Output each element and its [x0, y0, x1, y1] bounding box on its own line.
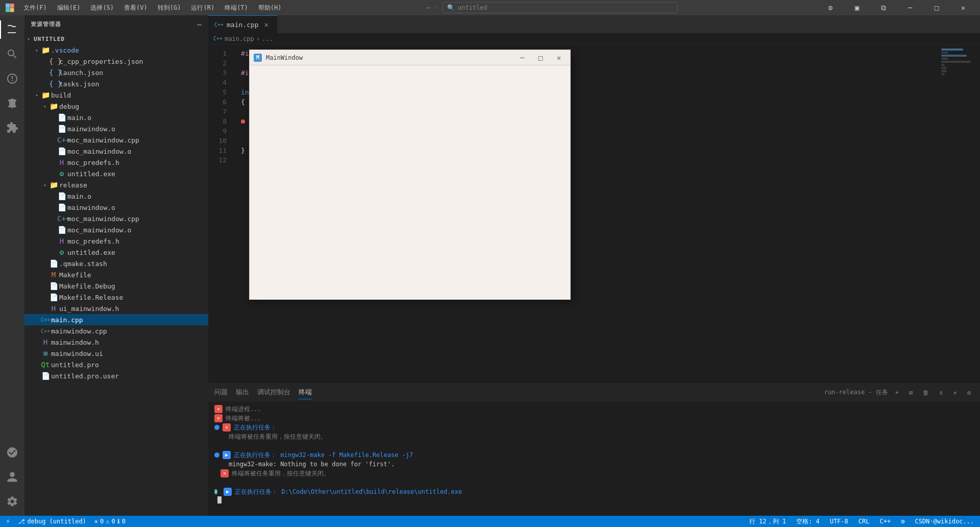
tree-tasks-json[interactable]: { } tasks.json	[24, 78, 208, 89]
status-remote-btn[interactable]: ⚡	[4, 518, 12, 525]
status-csdn[interactable]: CSDN·@wikidoc...	[913, 518, 976, 525]
svg-rect-3	[10, 8, 14, 12]
tree-mainwindow-h[interactable]: H mainwindow.h	[24, 337, 208, 348]
terminal-content[interactable]: ✕ 终端进程... ✕ 终端将被... ✕ 正在执行任务： 终端将被任务重	[208, 401, 980, 516]
term-running-icon: ▶	[223, 451, 231, 459]
menu-terminal[interactable]: 终端(T)	[220, 3, 252, 13]
tree-untitled-exe-release[interactable]: ⚙ untitled.exe	[24, 247, 208, 258]
activity-explorer[interactable]	[0, 17, 24, 42]
gear-icon	[6, 495, 18, 508]
close-btn[interactable]: ✕	[951, 0, 975, 15]
label: Makefile.Debug	[58, 282, 204, 290]
activity-settings[interactable]	[0, 489, 24, 514]
panel-close-btn[interactable]: ✕	[950, 388, 960, 397]
git-icon: ⎇	[18, 518, 25, 525]
tree-mainwindow-o-debug[interactable]: 📄 mainwindow.o	[24, 123, 208, 134]
minimap-line	[941, 58, 948, 60]
term-running-dot	[214, 452, 219, 458]
activity-account[interactable]	[0, 465, 24, 489]
popup-maximize-btn[interactable]: □	[533, 53, 548, 63]
panel-tab-output[interactable]: 输出	[236, 386, 249, 399]
tree-mainwindow-ui[interactable]: ⊞ mainwindow.ui	[24, 348, 208, 359]
term-text: 正在执行任务： mingw32-make -f Makefile.Release…	[234, 450, 413, 460]
tree-c-cpp-props[interactable]: { } c_cpp_properties.json	[24, 56, 208, 67]
menu-goto[interactable]: 转到(G)	[154, 3, 185, 13]
tree-launch-json[interactable]: { } launch.json	[24, 67, 208, 78]
tree-untitled-pro-user[interactable]: 📄 untitled.pro.user	[24, 370, 208, 381]
activity-remote[interactable]	[0, 440, 24, 465]
status-feedback[interactable]: ⚙	[899, 518, 906, 525]
tree-ui-mainwindow-h[interactable]: H ui_mainwindow.h	[24, 303, 208, 314]
tree-root[interactable]: ▾ UNTITLED	[24, 33, 208, 44]
menu-select[interactable]: 选择(S)	[86, 3, 118, 13]
menu-file[interactable]: 文件(F)	[19, 3, 51, 13]
label: main.cpp	[50, 316, 204, 324]
status-line-ending[interactable]: CRL	[856, 518, 872, 525]
tree-release-folder[interactable]: ▾ 📁 release	[24, 179, 208, 190]
tree-makefile-release[interactable]: 📄 Makefile.Release	[24, 292, 208, 303]
tree-untitled-exe-debug[interactable]: ⚙ untitled.exe	[24, 168, 208, 179]
menu-run[interactable]: 运行(R)	[187, 3, 218, 13]
tree-build-folder[interactable]: ▾ 📁 build	[24, 89, 208, 101]
tree-moc-predefs-h-release[interactable]: H moc_predefs.h	[24, 235, 208, 247]
activity-git[interactable]	[0, 66, 24, 91]
tree-moc-mainwindow-cpp-debug[interactable]: C++ moc_mainwindow.cpp	[24, 134, 208, 146]
tree-moc-mainwindow-o-release[interactable]: 📄 moc_mainwindow.o	[24, 224, 208, 235]
panel-settings-icon[interactable]: ⚙	[964, 388, 974, 397]
panel-split-btn[interactable]: ⊞	[906, 388, 916, 397]
status-git-branch[interactable]: ⎇ debug (untitled)	[16, 518, 88, 525]
tree-untitled-pro[interactable]: Qt untitled.pro	[24, 359, 208, 370]
menu-view[interactable]: 查看(V)	[120, 3, 152, 13]
main-window-popup[interactable]: M MainWindow ─ □ ✕	[249, 50, 571, 300]
tree-makefile[interactable]: M Makefile	[24, 269, 208, 280]
remote-icon	[6, 446, 18, 459]
popup-close-btn[interactable]: ✕	[552, 53, 566, 63]
activity-debug[interactable]	[0, 91, 24, 115]
label: ui_mainwindow.h	[58, 305, 204, 313]
menu-help[interactable]: 帮助(H)	[254, 3, 286, 13]
status-position[interactable]: 行 12，列 1	[747, 517, 788, 526]
breadcrumb-dots[interactable]: ...	[262, 35, 273, 42]
panel-tab-debug-console[interactable]: 调试控制台	[257, 386, 290, 399]
minimize-btn[interactable]: ─	[898, 0, 922, 15]
menu-edit[interactable]: 编辑(E)	[53, 3, 85, 13]
tree-debug-folder[interactable]: ▾ 📁 debug	[24, 101, 208, 112]
split-btn[interactable]: ⧉	[872, 0, 895, 15]
status-language[interactable]: C++	[877, 518, 893, 525]
layout-btn[interactable]: ▣	[845, 0, 869, 15]
tab-main-cpp[interactable]: C++ main.cpp ✕	[208, 15, 278, 33]
panel-tab-problems[interactable]: 问题	[214, 386, 228, 399]
nav-forward-btn[interactable]: →	[434, 4, 437, 11]
breadcrumb-file[interactable]: main.cpp	[225, 35, 254, 42]
new-file-icon[interactable]: ⋯	[198, 20, 202, 29]
tab-close-btn[interactable]: ✕	[262, 20, 271, 29]
panel-tab-terminal[interactable]: 终端	[299, 386, 312, 399]
maximize-btn[interactable]: □	[925, 0, 948, 15]
tree-moc-predefs-h-debug[interactable]: H moc_predefs.h	[24, 157, 208, 168]
panel-add-btn[interactable]: +	[892, 388, 902, 397]
tree-main-cpp[interactable]: C++ main.cpp	[24, 314, 208, 325]
activity-extensions[interactable]	[0, 115, 24, 140]
file-icon: 📄	[49, 259, 58, 268]
tree-moc-mainwindow-o-debug[interactable]: 📄 moc_mainwindow.o	[24, 146, 208, 157]
status-errors[interactable]: ✕ 0 ⚠ 0 ℹ 0	[92, 518, 128, 525]
minimap-line	[941, 73, 945, 75]
tree-moc-mainwindow-cpp-release[interactable]: C++ moc_mainwindow.cpp	[24, 213, 208, 224]
term-text: 正在执行任务： D:\Code\Other\untitled\build\rel…	[235, 487, 462, 496]
settings-btn[interactable]: ⚙	[819, 0, 842, 15]
search-box[interactable]: 🔍 untitled	[443, 2, 677, 13]
tree-mainwindow-cpp[interactable]: C++ mainwindow.cpp	[24, 325, 208, 337]
tree-main-o-debug[interactable]: 📄 main.o	[24, 112, 208, 123]
nav-back-btn[interactable]: ←	[427, 4, 431, 11]
panel-collapse-btn[interactable]: ∧	[936, 388, 946, 397]
popup-minimize-btn[interactable]: ─	[515, 53, 529, 63]
tree-qmake-stash[interactable]: 📄 .qmake.stash	[24, 258, 208, 269]
status-spaces[interactable]: 空格: 4	[794, 517, 822, 526]
status-encoding[interactable]: UTF-8	[828, 518, 850, 525]
tree-mainwindow-o-release[interactable]: 📄 mainwindow.o	[24, 202, 208, 213]
tree-vscode-folder[interactable]: ▾ 📁 .vscode	[24, 44, 208, 56]
panel-trash-btn[interactable]: 🗑	[920, 388, 932, 397]
tree-main-o-release[interactable]: 📄 main.o	[24, 190, 208, 202]
activity-search[interactable]	[0, 42, 24, 66]
tree-makefile-debug[interactable]: 📄 Makefile.Debug	[24, 280, 208, 292]
